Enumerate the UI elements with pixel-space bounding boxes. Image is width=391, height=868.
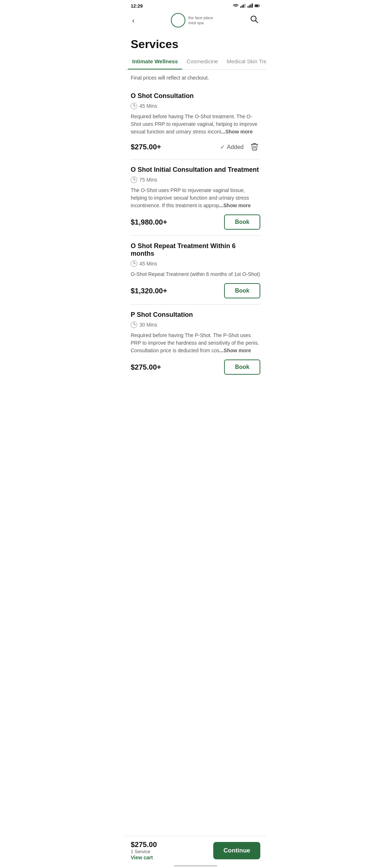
service-name: O Shot Consultation xyxy=(131,92,260,100)
status-icons xyxy=(233,3,260,9)
book-button[interactable]: Book xyxy=(224,359,260,375)
signal-icon xyxy=(240,3,246,9)
search-button[interactable] xyxy=(248,13,260,27)
search-icon xyxy=(249,14,259,24)
service-price: $1,980.00+ xyxy=(131,218,167,226)
header-logo: the face place med spa xyxy=(171,13,213,27)
clock-icon xyxy=(131,176,137,183)
service-desc: Required before having The O-Shot treatm… xyxy=(131,113,260,136)
header: ‹ the face place med spa xyxy=(125,10,266,32)
checkmark-icon: ✓ xyxy=(220,144,225,150)
service-footer: $275.00+ ✓ Added xyxy=(131,141,260,153)
service-name: O Shot Repeat Treatment Within 6 months xyxy=(131,242,260,258)
status-bar: 12:29 xyxy=(125,0,266,10)
tabs-container: Intimate Wellness Cosmedicine Medical Sk… xyxy=(125,54,266,70)
tab-cosmedicine[interactable]: Cosmedicine xyxy=(182,54,222,70)
service-price: $275.00+ xyxy=(131,143,161,151)
bottom-left: $275.00 1 Service View cart xyxy=(131,841,157,861)
svg-rect-1 xyxy=(242,5,243,8)
bottom-bar: $275.00 1 Service View cart Continue xyxy=(125,836,266,868)
status-time: 12:29 xyxy=(131,3,143,9)
trash-icon xyxy=(250,142,259,151)
svg-rect-10 xyxy=(259,5,260,7)
svg-rect-0 xyxy=(240,6,241,8)
page-title: Services xyxy=(125,32,266,54)
added-group: ✓ Added xyxy=(220,141,260,153)
service-footer: $1,320.00+ Book xyxy=(131,283,260,298)
added-indicator: ✓ Added xyxy=(220,144,244,150)
service-item-o-shot-repeat: O Shot Repeat Treatment Within 6 months … xyxy=(131,236,260,305)
delete-button[interactable] xyxy=(249,141,260,153)
service-duration: 45 Mins xyxy=(131,260,260,267)
service-duration: 75 Mins xyxy=(131,176,260,183)
total-price: $275.00 xyxy=(131,841,157,849)
tab-medical-skin[interactable]: Medical Skin Treatments xyxy=(222,54,266,70)
clock-icon xyxy=(131,103,137,109)
svg-rect-9 xyxy=(255,5,258,7)
service-item-o-shot-initial: O Shot Initial Consultation and Treatmen… xyxy=(131,159,260,236)
book-button[interactable]: Book xyxy=(224,214,260,230)
svg-rect-6 xyxy=(251,4,252,8)
continue-button[interactable]: Continue xyxy=(213,842,260,859)
svg-rect-2 xyxy=(243,4,244,8)
service-list: O Shot Consultation 45 Mins Required bef… xyxy=(125,86,266,417)
service-item-o-shot-consultation: O Shot Consultation 45 Mins Required bef… xyxy=(131,86,260,159)
svg-rect-4 xyxy=(248,6,249,8)
service-price: $275.00+ xyxy=(131,363,161,371)
service-desc: Required before having The P-Shot. The P… xyxy=(131,332,260,354)
book-button[interactable]: Book xyxy=(224,283,260,298)
service-item-p-shot-consultation: P Shot Consultation 30 Mins Required bef… xyxy=(131,305,260,380)
service-name: O Shot Initial Consultation and Treatmen… xyxy=(131,166,260,174)
back-button[interactable]: ‹ xyxy=(131,15,136,26)
service-footer: $1,980.00+ Book xyxy=(131,214,260,230)
notice-text: Final prices will reflect at checkout. xyxy=(125,70,266,86)
logo-text: the face place med spa xyxy=(188,15,213,26)
clock-icon xyxy=(131,322,137,328)
service-footer: $275.00+ Book xyxy=(131,359,260,375)
home-indicator xyxy=(174,865,217,867)
signal2-icon xyxy=(247,3,253,9)
service-count: 1 Service xyxy=(131,849,157,854)
view-cart-link[interactable]: View cart xyxy=(131,855,153,860)
service-desc: The O-Shot uses PRP to rejuvenate vagina… xyxy=(131,187,260,209)
battery-icon xyxy=(255,3,260,9)
service-duration: 30 Mins xyxy=(131,322,260,328)
clock-icon xyxy=(131,260,137,267)
show-more-link[interactable]: ...Show more xyxy=(221,129,253,135)
tab-intimate-wellness[interactable]: Intimate Wellness xyxy=(128,54,182,70)
svg-rect-7 xyxy=(252,3,253,8)
service-desc: O-Shot Repeat Treatment (within 6 months… xyxy=(131,271,260,278)
logo-circle xyxy=(171,13,185,27)
service-duration: 45 Mins xyxy=(131,103,260,109)
service-name: P Shot Consultation xyxy=(131,311,260,319)
svg-rect-5 xyxy=(249,5,250,8)
svg-rect-3 xyxy=(245,3,246,8)
show-more-link[interactable]: ...Show more xyxy=(219,203,251,208)
svg-line-12 xyxy=(256,21,258,23)
show-more-link[interactable]: ...Show more xyxy=(219,348,251,353)
wifi-icon xyxy=(233,3,239,9)
service-price: $1,320.00+ xyxy=(131,287,167,295)
